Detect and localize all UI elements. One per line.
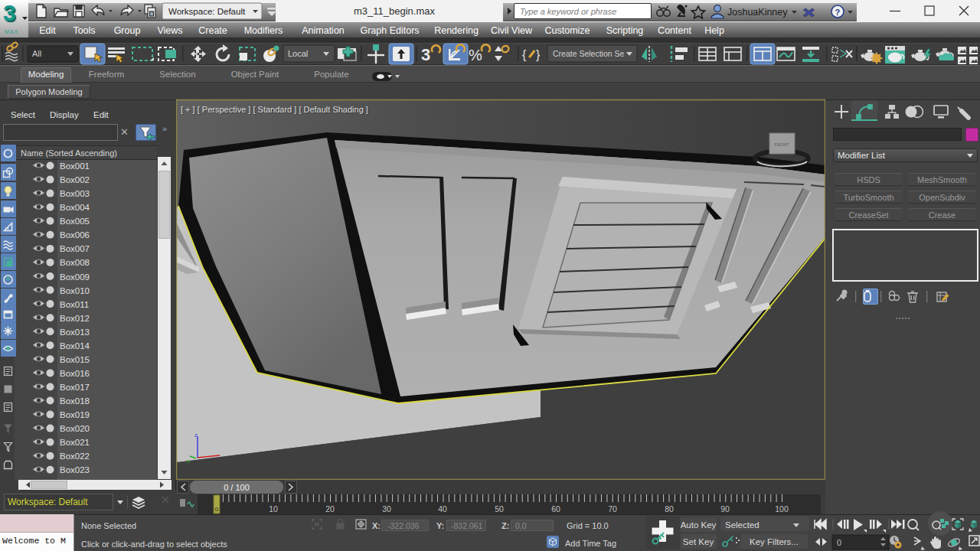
svg-text:Box007: Box007 [60, 244, 90, 253]
svg-text:Box016: Box016 [60, 369, 90, 378]
svg-text:Box012: Box012 [60, 314, 90, 323]
svg-text:}: } [536, 48, 541, 61]
svg-text:Box010: Box010 [60, 286, 90, 295]
svg-text:Box009: Box009 [60, 272, 90, 282]
svg-text:Box021: Box021 [60, 438, 90, 447]
svg-text:60: 60 [551, 504, 560, 514]
svg-text:50: 50 [495, 504, 504, 514]
svg-text:Box019: Box019 [60, 410, 90, 419]
svg-text:Box020: Box020 [60, 424, 90, 433]
svg-text:Box008: Box008 [60, 258, 90, 267]
svg-text:FRONT: FRONT [775, 142, 790, 147]
svg-text:[ + ] [ Perspective ] [ Standa: [ + ] [ Perspective ] [ Standard ] [ Def… [181, 105, 368, 114]
svg-text:Box002: Box002 [60, 175, 90, 184]
svg-text:Box001: Box001 [60, 161, 90, 171]
svg-text:Box004: Box004 [60, 203, 90, 212]
svg-text:0: 0 [215, 506, 219, 513]
svg-text:%: % [469, 47, 482, 64]
svg-text:z: z [194, 432, 198, 439]
svg-text:10: 10 [269, 504, 278, 514]
svg-text:Box003: Box003 [60, 189, 90, 198]
svg-text:?: ? [835, 8, 841, 17]
svg-text:Box013: Box013 [60, 328, 90, 337]
svg-text:Local: Local [288, 49, 308, 58]
svg-text:JoshuaKinney: JoshuaKinney [727, 7, 788, 18]
svg-text:0: 0 [837, 538, 841, 547]
svg-text:70: 70 [608, 504, 617, 514]
svg-text:x: x [187, 458, 190, 465]
svg-text:40: 40 [438, 504, 447, 514]
svg-text:Box011: Box011 [60, 300, 89, 309]
svg-text:Box014: Box014 [60, 341, 90, 350]
svg-text:Create Selection Se: Create Selection Se [553, 49, 625, 58]
svg-text:Box015: Box015 [60, 355, 90, 364]
svg-text:30: 30 [382, 504, 391, 514]
svg-text:Workspace: Default: Workspace: Default [168, 7, 246, 16]
svg-text:Box022: Box022 [60, 452, 90, 461]
svg-text:90: 90 [720, 504, 730, 514]
svg-text:Box017: Box017 [60, 383, 90, 392]
svg-text:{: { [522, 48, 527, 61]
svg-text:20: 20 [325, 504, 335, 514]
svg-text:Box005: Box005 [60, 217, 90, 226]
svg-text:All: All [32, 49, 41, 58]
svg-text:3: 3 [421, 45, 430, 64]
svg-text:80: 80 [665, 504, 674, 514]
svg-text:Box023: Box023 [60, 465, 90, 474]
svg-text:100: 100 [775, 504, 789, 514]
svg-text:Box018: Box018 [60, 396, 90, 406]
svg-text:Box006: Box006 [60, 230, 90, 240]
